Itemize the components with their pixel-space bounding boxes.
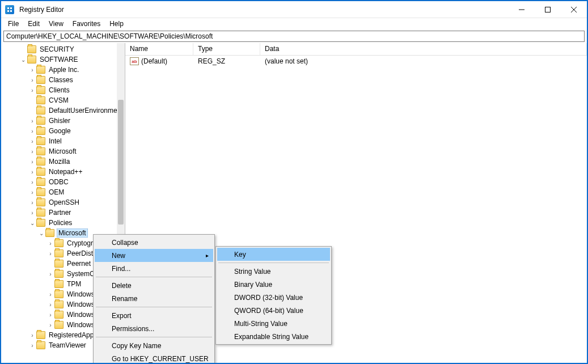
menu-item-qword-64-bit-value[interactable]: QWORD (64-bit) Value <box>217 304 330 317</box>
regedit-icon <box>5 5 14 14</box>
tree-node[interactable]: ›OEM <box>1 187 125 197</box>
chevron-right-icon[interactable]: › <box>28 77 36 83</box>
tree-node[interactable]: ›Classes <box>1 75 125 85</box>
chevron-right-icon[interactable]: › <box>46 251 54 257</box>
chevron-right-icon[interactable]: › <box>46 271 54 277</box>
close-button[interactable] <box>561 1 587 18</box>
chevron-right-icon[interactable]: › <box>28 128 36 134</box>
tree-node[interactable]: ›OpenSSH <box>1 197 125 208</box>
tree-node[interactable]: ›Partner <box>1 208 125 218</box>
scrollbar-thumb[interactable] <box>118 100 124 225</box>
menu-item-label: String Value <box>234 268 270 276</box>
chevron-right-icon[interactable]: › <box>28 179 36 185</box>
menu-item-rename[interactable]: Rename <box>95 292 213 305</box>
chevron-right-icon[interactable]: › <box>28 189 36 196</box>
chevron-right-icon[interactable]: › <box>28 169 36 175</box>
tree-node[interactable]: SECURITY <box>1 44 125 54</box>
menu-item-multi-string-value[interactable]: Multi-String Value <box>217 317 330 330</box>
chevron-right-icon[interactable]: › <box>28 118 36 124</box>
tree-node[interactable]: ›Apple Inc. <box>1 65 125 75</box>
folder-icon <box>36 127 45 135</box>
menu-item-string-value[interactable]: String Value <box>217 265 330 278</box>
chevron-right-icon[interactable]: › <box>46 302 54 308</box>
list-header: Name Type Data <box>125 43 587 56</box>
tree-node-label: PeerDist <box>67 249 93 257</box>
tree-node[interactable]: CVSM <box>1 95 125 105</box>
chevron-right-icon[interactable]: › <box>46 322 54 328</box>
folder-icon <box>54 290 64 298</box>
folder-icon <box>36 147 45 155</box>
tree-node[interactable]: ›Mozilla <box>1 156 125 167</box>
menu-item-expandable-string-value[interactable]: Expandable String Value <box>217 330 330 343</box>
menu-item-find[interactable]: Find... <box>95 262 213 275</box>
context-menu[interactable]: CollapseNew▸Find...DeleteRenameExportPer… <box>93 234 215 364</box>
list-body: ab(Default)REG_SZ(value not set) <box>125 56 587 67</box>
list-row[interactable]: ab(Default)REG_SZ(value not set) <box>125 56 587 67</box>
menu-item-label: QWORD (64-bit) Value <box>234 307 303 315</box>
tree-node[interactable]: ⌄Policies <box>1 218 125 228</box>
address-bar[interactable]: Computer\HKEY_LOCAL_MACHINE\SOFTWARE\Pol… <box>3 31 585 42</box>
minimize-button[interactable] <box>509 1 535 18</box>
chevron-right-icon[interactable]: › <box>28 332 36 338</box>
folder-icon <box>36 178 45 186</box>
chevron-right-icon[interactable]: › <box>28 200 36 206</box>
menu-item-delete[interactable]: Delete <box>95 279 213 292</box>
column-type[interactable]: Type <box>193 43 260 55</box>
chevron-right-icon[interactable]: › <box>28 87 36 94</box>
menu-item-collapse[interactable]: Collapse <box>95 236 213 249</box>
chevron-right-icon[interactable]: › <box>46 312 54 318</box>
tree-node-label: OpenSSH <box>49 198 79 206</box>
chevron-down-icon[interactable]: ⌄ <box>19 57 27 63</box>
tree-node[interactable]: ›Clients <box>1 85 125 95</box>
menu-item-copy-key-name[interactable]: Copy Key Name <box>95 339 213 352</box>
chevron-right-icon[interactable]: › <box>28 210 36 216</box>
tree-node-label: Windows <box>67 290 95 298</box>
menu-item-permissions[interactable]: Permissions... <box>95 322 213 335</box>
folder-icon <box>36 66 45 74</box>
tree-node[interactable]: DefaultUserEnvironment <box>1 105 125 116</box>
app-icon-slot <box>1 5 18 14</box>
titlebar: Registry Editor <box>1 1 587 18</box>
chevron-right-icon[interactable]: › <box>28 149 36 155</box>
menu-separator <box>96 277 212 277</box>
chevron-right-icon[interactable]: › <box>28 138 36 145</box>
chevron-down-icon[interactable]: ⌄ <box>28 220 36 226</box>
menu-item-dword-32-bit-value[interactable]: DWORD (32-bit) Value <box>217 291 330 304</box>
chevron-right-icon[interactable]: › <box>28 159 36 165</box>
tree-node-label: Classes <box>49 76 73 84</box>
menu-view[interactable]: View <box>44 19 68 29</box>
chevron-down-icon[interactable]: ⌄ <box>37 230 45 236</box>
tree-node[interactable]: ⌄SOFTWARE <box>1 54 125 65</box>
folder-icon <box>36 86 45 94</box>
menu-item-go-to-hkey-current-user[interactable]: Go to HKEY_CURRENT_USER <box>95 352 213 364</box>
tree-node-label: SECURITY <box>40 45 74 53</box>
menu-item-new[interactable]: New▸ <box>95 249 213 262</box>
window-title: Registry Editor <box>18 6 509 14</box>
column-data[interactable]: Data <box>260 43 587 55</box>
tree-node[interactable]: ›Microsoft <box>1 146 125 156</box>
context-submenu-new[interactable]: KeyString ValueBinary ValueDWORD (32-bit… <box>215 246 332 345</box>
string-value-icon: ab <box>130 57 139 65</box>
menu-item-binary-value[interactable]: Binary Value <box>217 278 330 291</box>
tree-node-label: Google <box>49 127 71 135</box>
tree-node[interactable]: ›Intel <box>1 136 125 146</box>
chevron-right-icon[interactable]: › <box>28 342 36 349</box>
tree-node-label: TPM <box>67 280 81 288</box>
chevron-right-icon[interactable]: › <box>28 67 36 73</box>
menu-edit[interactable]: Edit <box>23 19 44 29</box>
tree-node[interactable]: ›Google <box>1 126 125 136</box>
tree-node[interactable]: ›ODBC <box>1 177 125 187</box>
folder-icon <box>36 137 45 145</box>
tree-node-label: Mozilla <box>49 158 70 166</box>
menu-item-key[interactable]: Key <box>217 248 330 261</box>
menu-item-export[interactable]: Export <box>95 309 213 322</box>
tree-node[interactable]: ›Ghisler <box>1 116 125 126</box>
tree-node[interactable]: ›Notepad++ <box>1 167 125 177</box>
maximize-button[interactable] <box>535 1 561 18</box>
menu-favorites[interactable]: Favorites <box>68 19 105 29</box>
chevron-right-icon[interactable]: › <box>46 240 54 247</box>
menu-help[interactable]: Help <box>105 19 128 29</box>
menu-file[interactable]: File <box>3 19 23 29</box>
column-name[interactable]: Name <box>125 43 193 55</box>
chevron-right-icon[interactable]: › <box>46 291 54 298</box>
